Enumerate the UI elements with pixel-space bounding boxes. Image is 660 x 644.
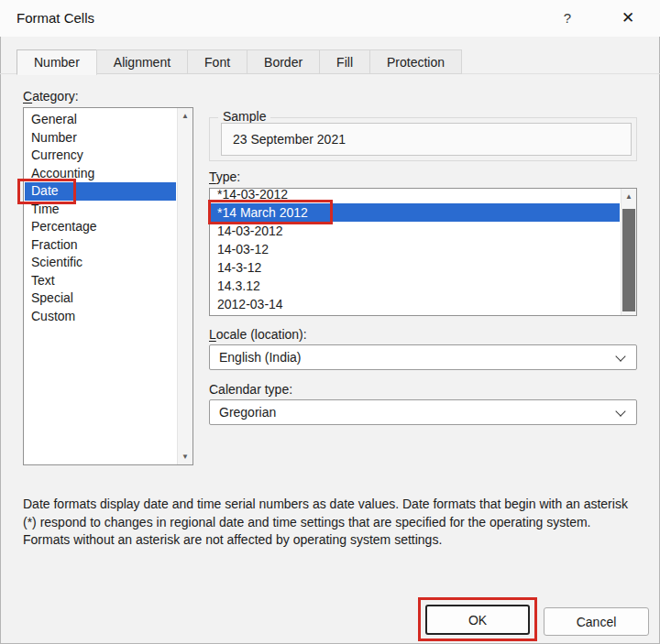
type-list-item[interactable]: *14-03-2012 [211, 190, 620, 203]
category-list-item[interactable]: Number [25, 129, 176, 147]
sample-value-box: 23 September 2021 [221, 123, 632, 156]
category-list-item[interactable]: Time [25, 201, 176, 219]
category-label: Category: [23, 89, 79, 104]
calendar-label: Calendar type: [209, 382, 292, 397]
sample-label: Sample [218, 109, 270, 124]
close-icon[interactable]: ✕ [612, 0, 644, 37]
locale-label-rest: ocale (location): [216, 327, 307, 342]
type-list-items: *14-03-2012*14 March 201214-03-201214-03… [211, 190, 620, 313]
description-text: Date formats display date and time seria… [23, 496, 635, 550]
tab-border[interactable]: Border [247, 49, 320, 74]
dialog-title: Format Cells [16, 0, 94, 37]
locale-label-accel: L [209, 327, 216, 342]
category-listbox: GeneralNumberCurrencyAccountingDateTimeP… [23, 107, 193, 465]
titlebar: Format Cells ? ✕ [0, 0, 660, 37]
category-list-item[interactable]: Percentage [25, 218, 176, 236]
category-list-item[interactable]: Accounting [25, 165, 176, 183]
category-label-accel: C [23, 89, 32, 104]
scroll-down-icon[interactable]: ▼ [178, 449, 192, 464]
scroll-up-icon[interactable]: ▲ [178, 108, 192, 124]
category-list-item[interactable]: Custom [25, 308, 176, 326]
category-list-items: GeneralNumberCurrencyAccountingDateTimeP… [25, 111, 176, 325]
locale-label: Locale (location): [209, 327, 307, 342]
type-list-item[interactable]: 14-3-12 [211, 258, 620, 277]
type-scrollbar-thumb[interactable] [622, 209, 635, 311]
category-list-item[interactable]: Date [25, 182, 176, 201]
locale-dropdown[interactable]: English (India) [209, 344, 637, 370]
type-scroll-up-icon[interactable]: ▲ [622, 189, 636, 204]
type-list-item[interactable]: 14.3.12 [211, 277, 620, 295]
calendar-value: Gregorian [219, 400, 276, 424]
type-list-item[interactable]: *14 March 2012 [211, 203, 620, 222]
help-icon[interactable]: ? [552, 0, 583, 37]
type-list-item[interactable]: 2012-03-14 [211, 295, 620, 313]
category-list-item[interactable]: Scientific [25, 254, 176, 272]
type-label: Type: [209, 169, 240, 184]
type-label-rest: ype: [216, 169, 240, 184]
type-scrollbar[interactable]: ▲ [621, 189, 636, 315]
ok-button[interactable]: OK [425, 605, 530, 635]
chevron-down-icon [615, 351, 625, 361]
type-list-item[interactable]: 14-03-2012 [211, 222, 620, 240]
type-list-clip: *14-03-2012*14 March 201214-03-201214-03… [211, 190, 620, 314]
type-listbox: *14-03-2012*14 March 201214-03-201214-03… [209, 188, 637, 316]
category-scrollbar[interactable]: ▲ ▼ [177, 108, 192, 464]
tab-fill[interactable]: Fill [319, 49, 370, 74]
sample-group: Sample 23 September 2021 [209, 117, 637, 161]
category-list-item[interactable]: Currency [25, 147, 176, 165]
category-list-item[interactable]: Fraction [25, 236, 176, 255]
format-cells-dialog: Format Cells ? ✕ NumberAlignmentFontBord… [0, 0, 660, 644]
cancel-button[interactable]: Cancel [544, 607, 649, 636]
category-list-item[interactable]: Text [25, 272, 176, 290]
calendar-dropdown[interactable]: Gregorian [209, 399, 637, 425]
category-list-item[interactable]: Special [25, 289, 176, 308]
tab-number[interactable]: Number [16, 49, 97, 75]
sample-value: 23 September 2021 [222, 124, 631, 155]
tab-strip: NumberAlignmentFontBorderFillProtection [16, 49, 462, 75]
chevron-down-icon [615, 406, 625, 416]
tab-font[interactable]: Font [187, 49, 248, 74]
tab-alignment[interactable]: Alignment [96, 49, 188, 74]
category-list-clip: GeneralNumberCurrencyAccountingDateTimeP… [25, 111, 176, 464]
locale-value: English (India) [219, 345, 302, 369]
category-label-rest: ategory: [32, 89, 79, 104]
type-label-accel: T [209, 169, 216, 184]
tab-protection[interactable]: Protection [369, 49, 462, 74]
type-list-item[interactable]: 14-03-12 [211, 240, 620, 258]
category-list-item[interactable]: General [25, 111, 176, 129]
